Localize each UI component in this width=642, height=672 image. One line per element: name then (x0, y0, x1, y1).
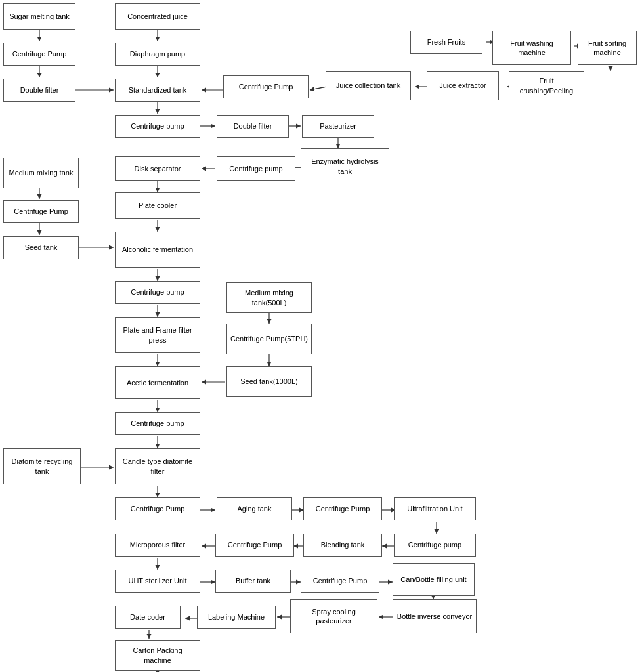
centrifuge-pump-10: Centrifuge Pump (215, 534, 294, 556)
centrifuge-pump-7: Centrifuge pump (115, 412, 200, 435)
alcoholic-fermentation: Alcoholic fermentation (115, 232, 200, 268)
medium-mixing-tank-1: Medium mixing tank (3, 158, 79, 188)
juice-extractor: Juice extractor (427, 71, 499, 100)
acetic-fermentation: Acetic fermentation (115, 366, 200, 399)
centrifuge-pump-2: Centrifuge pump (115, 115, 200, 138)
juice-collection-tank: Juice collection tank (326, 71, 411, 100)
sugar-melting-tank: Sugar melting tank (3, 3, 75, 30)
process-diagram: line { stroke: #333; stroke-width: 1.2; … (0, 0, 642, 672)
candle-diatomite-filter: Candle type diatomite filter (115, 448, 200, 484)
centrifuge-pump-5tph: Centrifuge Pump(5TPH) (226, 324, 312, 354)
plate-frame-filter-press: Plate and Frame filter press (115, 317, 200, 353)
plate-cooler: Plate cooler (115, 192, 200, 219)
enzymatic-hydrolysis-tank: Enzymatic hydrolysis tank (301, 148, 389, 184)
spray-cooling-pasteurizer: Spray cooling pasteurizer (290, 599, 377, 633)
seed-tank-1000: Seed tank(1000L) (226, 366, 312, 397)
centrifuge-pump-12: Centrifuge Pump (301, 570, 379, 593)
fruit-crushing-peeling: Fruit crushing/Peeling (509, 71, 584, 100)
fresh-fruits: Fresh Fruits (410, 31, 482, 54)
ultrafiltration-unit: Ultrafiltration Unit (394, 497, 476, 520)
seed-tank-1: Seed tank (3, 236, 79, 259)
centrifuge-pump-6: Centrifuge pump (115, 281, 200, 304)
centrifuge-pump-9: Centrifuge Pump (303, 497, 382, 520)
diatomite-recycling-tank: Diatomite recycling tank (3, 448, 81, 484)
fruit-sorting-machine: Fruit sorting machine (578, 31, 637, 65)
bottle-inverse-conveyor: Bottle inverse conveyor (393, 599, 477, 633)
aging-tank: Aging tank (217, 497, 292, 520)
carton-packing-machine: Carton Packing machine (115, 640, 200, 671)
diaphragm-pump: Diaphragm pump (115, 43, 200, 66)
fruit-washing-machine: Fruit washing machine (492, 31, 571, 65)
microporous-filter: Microporous filter (115, 534, 200, 556)
medium-mixing-tank-500: Medium mixing tank(500L) (226, 282, 312, 313)
centrifuge-pump-1: Centrifuge Pump (3, 43, 75, 66)
uht-sterilizer-unit: UHT sterilizer Unit (115, 570, 200, 593)
centrifuge-pump-11: Centrifuge pump (394, 534, 476, 556)
centrifuge-pump-5: Centrifuge Pump (3, 200, 79, 223)
pasteurizer: Pasteurizer (302, 115, 374, 138)
svg-line-23 (310, 87, 327, 90)
disk-separator: Disk separator (115, 156, 200, 181)
blending-tank: Blending tank (303, 534, 382, 556)
date-coder: Date coder (115, 606, 181, 629)
centrifuge-pump-3: Centrifuge pump (217, 156, 295, 181)
concentrated-juice: Concentrated juice (115, 3, 200, 30)
double-filter-1: Double filter (3, 79, 75, 102)
centrifuge-pump-8: Centrifuge Pump (115, 497, 200, 520)
labeling-machine: Labeling Machine (197, 606, 276, 629)
centrifuge-pump-4: Centrifuge Pump (223, 75, 309, 98)
standardized-tank: Standardized tank (115, 79, 200, 102)
can-bottle-filling-unit: Can/Bottle filling unit (393, 563, 475, 596)
buffer-tank: Buffer tank (215, 570, 291, 593)
double-filter-2: Double filter (217, 115, 289, 138)
